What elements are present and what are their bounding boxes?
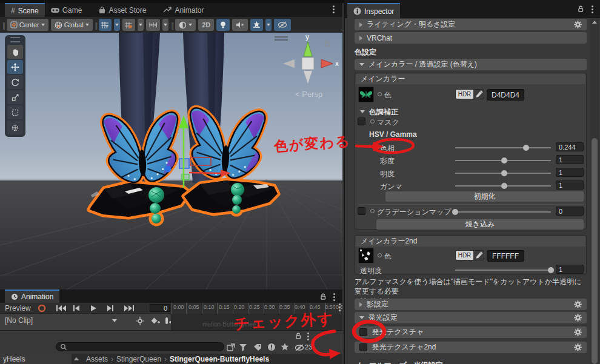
emission-texture2-checkbox[interactable]	[359, 343, 367, 351]
section-vrchat[interactable]: VRChat	[355, 32, 587, 44]
tab-inspector[interactable]: Inspector	[347, 3, 400, 18]
increment-snap-dropdown[interactable]	[138, 19, 144, 31]
rotate-tool[interactable]	[7, 75, 23, 89]
inspector-scrollbar[interactable]	[590, 18, 599, 364]
hand-tool[interactable]	[7, 45, 23, 59]
persp-label[interactable]: < Persp	[295, 90, 322, 99]
search-by-label-icon[interactable]	[253, 343, 262, 351]
section-maincolor[interactable]: メインカラー / 透過設定 (色替え)	[355, 59, 587, 70]
bake-button[interactable]: 焼き込み	[376, 219, 584, 230]
gear-icon[interactable]	[574, 343, 582, 351]
frame-field[interactable]: 0	[150, 304, 170, 312]
tools-drag-handle[interactable]	[10, 37, 20, 42]
increment-snap-button[interactable]	[122, 19, 135, 31]
hue-value[interactable]: 0.244	[556, 142, 584, 151]
eyedropper-icon[interactable]	[475, 251, 483, 260]
maincolor-texture-thumb[interactable]	[358, 87, 374, 102]
saturation-value[interactable]: 1	[556, 155, 584, 164]
inspector-lock-icon[interactable]	[577, 5, 584, 13]
tab-animator[interactable]: Animator	[157, 3, 210, 17]
goto-end-button[interactable]	[124, 305, 135, 312]
hdr-chip-2nd[interactable]: HDR	[455, 250, 484, 260]
tab-game[interactable]: Game	[45, 3, 88, 17]
keyframe-record-icon[interactable]	[136, 317, 144, 325]
tab-scene[interactable]: # Scene	[5, 3, 45, 17]
gear-icon[interactable]	[574, 21, 582, 28]
gear-icon[interactable]	[574, 300, 582, 308]
scene-kebab-icon[interactable]	[333, 8, 335, 10]
crumb-current[interactable]: StingerQueen-ButterflyHeels	[170, 355, 269, 363]
alert-icon[interactable]	[267, 343, 276, 351]
maincolor2nd-swatch[interactable]: FFFFFF	[487, 250, 524, 262]
gamma-slider[interactable]	[455, 185, 551, 187]
scene-viewport[interactable]: y x < Persp	[0, 33, 342, 290]
scroll-up-arrow[interactable]	[592, 21, 597, 24]
eyedropper-icon[interactable]	[475, 90, 483, 99]
brightness-slider[interactable]	[455, 173, 551, 174]
crumb-assets[interactable]: Assets	[86, 355, 108, 363]
preview-button[interactable]: Preview	[5, 304, 31, 313]
effects-button[interactable]	[250, 19, 263, 31]
pivot-mode-button[interactable]: Center	[7, 19, 48, 31]
add-keyframe-icon[interactable]	[150, 317, 160, 325]
tone-foldout-arrow[interactable]	[360, 110, 365, 113]
maincolor-swatch[interactable]: D4D4D4	[487, 89, 524, 101]
section-lighting[interactable]: ライティング・明るさ設定	[355, 19, 587, 30]
play-button[interactable]	[90, 305, 97, 312]
hdr-chip[interactable]: HDR	[455, 89, 484, 99]
scale-tool[interactable]	[7, 90, 23, 104]
hidden-count-eye-icon[interactable]	[295, 344, 304, 351]
ruler-snap-dropdown[interactable]	[162, 19, 168, 31]
lighting-toggle[interactable]	[216, 19, 230, 31]
gradation-map-checkbox[interactable]	[358, 207, 365, 215]
toolbar-grip[interactable]: ||	[2, 21, 4, 30]
goto-begin-button[interactable]	[56, 305, 67, 312]
reset-button[interactable]: 初期化	[385, 191, 584, 202]
timeline-kebab-icon[interactable]	[339, 306, 341, 308]
maincolor2nd-texture-thumb[interactable]	[358, 248, 374, 263]
draw-mode-button[interactable]	[175, 19, 196, 31]
gamma-value[interactable]: 1	[556, 180, 584, 190]
gradation-slider[interactable]	[455, 211, 551, 213]
section-emission-texture2[interactable]: 発光テクスチャ2nd	[355, 342, 587, 353]
record-button[interactable]	[38, 304, 46, 313]
favorites-star-icon[interactable]	[281, 343, 289, 351]
project-tab-partial[interactable]: yHeels	[0, 354, 72, 364]
search-by-type-icon[interactable]	[239, 343, 247, 351]
clip-dropdown[interactable]: [No Clip]	[5, 316, 33, 325]
project-lock-icon[interactable]	[295, 333, 302, 340]
grid-snap-dropdown[interactable]	[114, 19, 120, 31]
scrollbar-thumb[interactable]	[592, 138, 598, 364]
tab-animation[interactable]: Animation	[5, 290, 59, 303]
gear-icon[interactable]	[574, 314, 582, 322]
transform-tool[interactable]	[7, 121, 23, 134]
clip-dropdown-arrow[interactable]	[112, 319, 117, 322]
scene-visibility-toggle[interactable]	[274, 19, 291, 31]
audio-toggle[interactable]	[232, 19, 248, 31]
timeline-ruler[interactable]: 0:000:05 0:100:15 0:200:25 0:300:35 0:40…	[171, 303, 342, 314]
alpha-value[interactable]: 1	[556, 265, 584, 274]
rect-tool[interactable]	[7, 105, 23, 119]
animation-kebab-icon[interactable]	[333, 296, 335, 298]
emission-texture-checkbox[interactable]	[359, 328, 367, 336]
grid-snap-button[interactable]: Y	[99, 19, 112, 31]
section-emission[interactable]: 発光設定	[355, 312, 587, 323]
dopesheet-area[interactable]: mation-ButterflyHee	[171, 314, 342, 330]
inspector-kebab-icon[interactable]	[592, 8, 593, 10]
orientation-button[interactable]: Global	[51, 19, 93, 31]
alpha-slider[interactable]	[455, 270, 551, 271]
move-tool[interactable]	[7, 60, 23, 74]
project-kebab-icon[interactable]	[307, 336, 309, 337]
gradation-value[interactable]: 0	[556, 207, 584, 216]
tab-asset-store[interactable]: Asset Store	[93, 3, 152, 17]
saturation-slider[interactable]	[455, 160, 551, 161]
mask-checkbox[interactable]	[358, 117, 365, 125]
search-input[interactable]	[56, 342, 224, 351]
section-emission-texture[interactable]: 発光テクスチャ	[355, 326, 587, 338]
collapse-arrow[interactable]	[74, 357, 79, 360]
ruler-snap-button[interactable]	[146, 19, 160, 31]
prev-key-button[interactable]	[73, 305, 80, 312]
animation-lock-icon[interactable]	[319, 293, 327, 300]
open-new-window-icon[interactable]	[227, 343, 235, 351]
2d-toggle[interactable]: 2D	[198, 19, 214, 31]
